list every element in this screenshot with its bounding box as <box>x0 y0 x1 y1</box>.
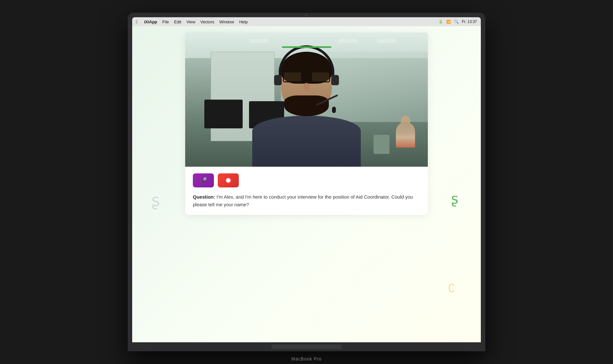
menu-item-file[interactable]: File <box>162 19 169 24</box>
menu-item-view[interactable]: View <box>186 19 195 24</box>
headphone-ear-right <box>331 75 339 85</box>
glass-frame-right <box>311 72 330 82</box>
menu-item-window[interactable]: Window <box>219 19 234 24</box>
menu-item-vectors[interactable]: Vectors <box>201 19 214 24</box>
head-container <box>275 49 338 122</box>
mic-tip <box>332 107 336 113</box>
mic-icon: 🎤 <box>200 177 207 184</box>
laptop-bottom-bar <box>132 342 481 351</box>
laptop-screen:  iXiApp File Edit View Vectors Window H… <box>132 17 481 342</box>
video-area <box>185 33 428 167</box>
main-panel: 🎤 Question: I'm Alex, and I'm here to co… <box>185 33 428 215</box>
menu-item-edit[interactable]: Edit <box>174 19 181 24</box>
beard <box>284 95 329 116</box>
question-area: Question: I'm Alex, and I'm here to cond… <box>193 193 420 209</box>
body <box>252 116 361 167</box>
menu-bar-right: 🔋 📶 🔍 Fr. 13:37 <box>438 19 477 24</box>
monitor-bg-1 <box>204 100 243 128</box>
deco-left-squiggle: ʂ <box>151 191 160 210</box>
camera-dot <box>306 15 307 17</box>
controls-panel: 🎤 Question: I'm Alex, and I'm here to co… <box>185 167 428 215</box>
deco-right-green-squiggle: ʂ <box>451 191 458 207</box>
record-button[interactable] <box>218 173 239 187</box>
chair-bg <box>374 135 390 154</box>
time-display: Fr. 13:37 <box>462 19 477 24</box>
macbook-label: MacBook Pro <box>291 356 322 361</box>
question-text: Question: I'm Alex, and I'm here to cond… <box>193 193 420 209</box>
menu-item-help[interactable]: Help <box>239 19 248 24</box>
trackpad <box>271 345 342 349</box>
search-icon[interactable]: 🔍 <box>454 19 459 24</box>
mic-button[interactable]: 🎤 <box>193 173 214 187</box>
app-content: ʂ ʂ ∁ <box>132 26 481 342</box>
battery-icon: 🔋 <box>438 19 443 24</box>
headphone-ear-left <box>274 75 282 85</box>
deco-right-yellow: ∁ <box>448 282 455 295</box>
menu-bar:  iXiApp File Edit View Vectors Window H… <box>132 17 481 26</box>
person-container <box>246 49 367 167</box>
record-icon <box>225 177 231 184</box>
question-body: I'm Alex, and I'm here to conduct your i… <box>193 194 413 207</box>
question-label: Question: <box>193 194 215 200</box>
headphone-accent <box>282 46 331 48</box>
bg-person-head <box>401 116 410 127</box>
background-person <box>396 122 415 148</box>
button-row: 🎤 <box>193 173 420 187</box>
glasses <box>283 72 330 84</box>
menu-item-app[interactable]: iXiApp <box>144 19 157 24</box>
wifi-icon: 📶 <box>446 20 451 24</box>
apple-logo[interactable]:  <box>136 19 138 24</box>
laptop-outer:  iXiApp File Edit View Vectors Window H… <box>128 13 485 351</box>
video-frame <box>185 33 428 167</box>
glass-frame-left <box>283 72 302 82</box>
glass-bridge <box>303 76 310 77</box>
nose <box>304 83 309 91</box>
